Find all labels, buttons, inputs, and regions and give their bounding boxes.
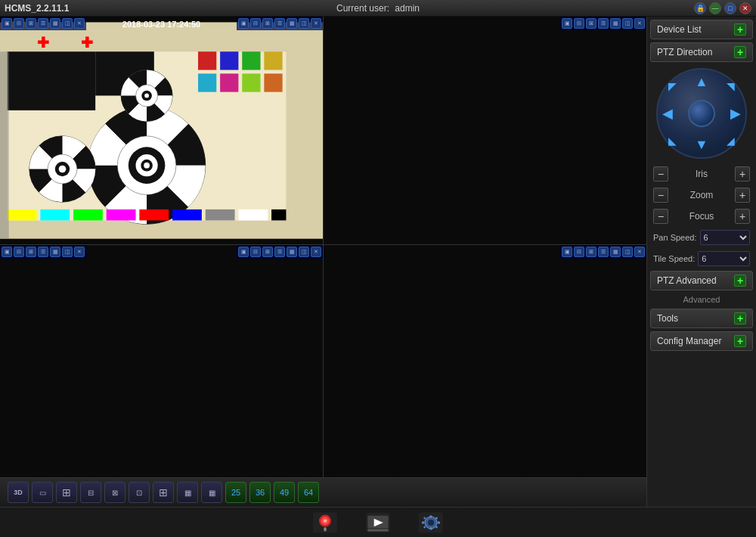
36grid-button[interactable]: ▦ <box>201 482 222 503</box>
vtb3-l-btn-2[interactable]: ⊟ <box>14 247 24 257</box>
zoom-plus-button[interactable]: + <box>735 188 750 203</box>
49-channel-button[interactable]: 49 <box>274 482 295 503</box>
ptz-joystick[interactable]: ▲ ▼ ◀ ▶ ◤ ◥ ◣ ◢ <box>656 68 747 159</box>
zoom-minus-button[interactable]: − <box>653 188 668 203</box>
vtb4-r-btn-4[interactable]: ☰ <box>598 247 609 257</box>
vtb2-r-btn-5[interactable]: ▦ <box>610 18 621 29</box>
9grid-button[interactable]: ⊠ <box>104 482 125 503</box>
svg-point-49 <box>428 520 434 526</box>
config-manager-plus[interactable]: + <box>734 335 746 347</box>
ptz-advanced-plus[interactable]: + <box>734 275 746 287</box>
vtb-btn-5[interactable]: ▦ <box>50 18 60 29</box>
vtb2-r-btn-6[interactable]: ◫ <box>622 18 633 29</box>
vtb-btn-2[interactable]: ⊟ <box>14 18 24 29</box>
focus-minus-button[interactable]: − <box>653 209 668 224</box>
video-area: ▣ ⊟ ⊠ ☰ ▦ ◫ ✕ ▣ ⊟ ⊠ ☰ ▦ ◫ ✕ HD-IPC <box>0 17 646 507</box>
video-cell-1[interactable]: ▣ ⊟ ⊠ ☰ ▦ ◫ ✕ ▣ ⊟ ⊠ ☰ ▦ ◫ ✕ HD-IPC <box>0 17 324 244</box>
ptz-direction-plus[interactable]: + <box>734 46 746 58</box>
ptz-direction-button[interactable]: PTZ Direction + <box>650 42 753 62</box>
vtb-r-btn-2[interactable]: ⊟ <box>250 18 261 29</box>
ptz-advanced-button[interactable]: PTZ Advanced + <box>650 271 753 290</box>
vtb4-r-btn-6[interactable]: ◫ <box>622 247 633 257</box>
vtb4-r-btn-1[interactable]: ▣ <box>562 247 572 257</box>
video-toolbar-right-2: ▣ ⊟ ⊠ ☰ ▦ ◫ ✕ <box>560 17 646 30</box>
vtb3-r-btn-2[interactable]: ⊟ <box>250 247 261 257</box>
vtb-r-btn-1[interactable]: ▣ <box>238 18 249 29</box>
settings-icon-container[interactable] <box>412 509 450 536</box>
vtb-btn-3[interactable]: ⊠ <box>26 18 36 29</box>
ptz-down-arrow[interactable]: ▼ <box>695 137 708 153</box>
16grid-button[interactable]: ⊞ <box>153 482 174 503</box>
vtb3-l-btn-1[interactable]: ▣ <box>2 247 12 257</box>
tools-plus[interactable]: + <box>734 312 746 324</box>
ptz-downleft-arrow[interactable]: ◣ <box>668 135 677 147</box>
64-channel-button[interactable]: 64 <box>298 482 319 503</box>
vtb3-r-btn-6[interactable]: ◫ <box>299 247 309 257</box>
ptz-upleft-arrow[interactable]: ◤ <box>668 80 677 92</box>
vtb3-r-btn-5[interactable]: ▦ <box>287 247 297 257</box>
ptz-right-arrow[interactable]: ▶ <box>730 105 741 122</box>
focus-plus-button[interactable]: + <box>735 209 750 224</box>
video-cell-2[interactable]: ▣ ⊟ ⊠ ☰ ▦ ◫ ✕ <box>324 17 646 244</box>
vtb-btn-7[interactable]: ✕ <box>74 18 85 29</box>
vtb4-r-btn-5[interactable]: ▦ <box>610 247 621 257</box>
video-playback-icon <box>366 512 390 533</box>
vtb3-l-btn-5[interactable]: ▦ <box>50 247 60 257</box>
vtb3-l-btn-3[interactable]: ⊠ <box>26 247 36 257</box>
vtb3-l-btn-6[interactable]: ◫ <box>62 247 73 257</box>
3d-button[interactable]: 3D <box>8 482 29 503</box>
vtb4-r-btn-2[interactable]: ⊟ <box>574 247 584 257</box>
iris-plus-button[interactable]: + <box>735 166 750 182</box>
vtb4-r-btn-7[interactable]: ✕ <box>634 247 645 257</box>
vtb-btn-6[interactable]: ◫ <box>62 18 73 29</box>
36-channel-button[interactable]: 36 <box>249 482 271 503</box>
minimize-button[interactable]: — <box>709 2 721 14</box>
25grid-button[interactable]: ▦ <box>177 482 198 503</box>
vtb4-r-btn-3[interactable]: ⊠ <box>586 247 596 257</box>
alarm-icon-container[interactable] <box>306 509 344 536</box>
ptz-downright-arrow[interactable]: ◢ <box>727 135 735 147</box>
video-cell-3[interactable]: ▣ ⊟ ⊠ ☰ ▦ ◫ ✕ ▣ ⊟ ⊠ ☰ ▦ ◫ ✕ <box>0 245 324 477</box>
iris-minus-button[interactable]: − <box>653 166 668 182</box>
device-list-button[interactable]: Device List + <box>650 20 753 39</box>
vtb2-r-btn-7[interactable]: ✕ <box>634 18 645 29</box>
vtb-r-btn-7[interactable]: ✕ <box>311 18 321 29</box>
config-manager-button[interactable]: Config Manager + <box>650 331 753 351</box>
ptz-upright-arrow[interactable]: ◥ <box>727 80 735 92</box>
ptz-left-arrow[interactable]: ◀ <box>662 105 673 122</box>
lock-button[interactable]: 🔒 <box>694 2 706 14</box>
close-button[interactable]: ✕ <box>739 2 751 14</box>
vtb-r-btn-3[interactable]: ⊠ <box>262 18 273 29</box>
vtb-btn-1[interactable]: ▣ <box>2 18 12 29</box>
vtb2-r-btn-1[interactable]: ▣ <box>562 18 572 29</box>
vtb-r-btn-6[interactable]: ◫ <box>299 18 309 29</box>
vtb2-r-btn-3[interactable]: ⊠ <box>586 18 596 29</box>
maximize-button[interactable]: □ <box>724 2 736 14</box>
4grid-button[interactable]: ⊟ <box>80 482 101 503</box>
vtb3-r-btn-4[interactable]: ☰ <box>274 247 285 257</box>
vtb-btn-4[interactable]: ☰ <box>38 18 48 29</box>
pan-speed-select[interactable]: 6 12345 78910 <box>700 230 751 245</box>
quad-view-button[interactable]: ⊞ <box>56 482 77 503</box>
vtb-r-btn-5[interactable]: ▦ <box>287 18 297 29</box>
vtb3-r-btn-1[interactable]: ▣ <box>238 247 249 257</box>
vtb2-r-btn-2[interactable]: ⊟ <box>574 18 584 29</box>
tile-speed-row: Tile Speed: 6 12345 78910 <box>650 250 753 268</box>
vtb3-l-btn-7[interactable]: ✕ <box>74 247 85 257</box>
vtb3-r-btn-3[interactable]: ⊠ <box>262 247 273 257</box>
vtb2-r-btn-4[interactable]: ☰ <box>598 18 609 29</box>
vtb3-l-btn-4[interactable]: ☰ <box>38 247 48 257</box>
device-list-plus[interactable]: + <box>734 23 746 36</box>
vtb-r-btn-4[interactable]: ☰ <box>274 18 285 29</box>
video-playback-icon-container[interactable] <box>359 509 397 536</box>
ptz-center-button[interactable] <box>688 100 715 127</box>
13grid-button[interactable]: ⊡ <box>129 482 150 503</box>
vtb3-r-btn-7[interactable]: ✕ <box>311 247 321 257</box>
25-channel-button[interactable]: 25 <box>225 482 246 503</box>
tools-button[interactable]: Tools + <box>650 309 753 328</box>
video-cell-4[interactable]: ▣ ⊟ ⊠ ☰ ▦ ◫ ✕ <box>324 245 646 477</box>
single-view-button[interactable]: ▭ <box>32 482 53 503</box>
svg-rect-31 <box>172 210 202 221</box>
tile-speed-select[interactable]: 6 12345 78910 <box>698 251 750 266</box>
ptz-up-arrow[interactable]: ▲ <box>695 74 708 90</box>
